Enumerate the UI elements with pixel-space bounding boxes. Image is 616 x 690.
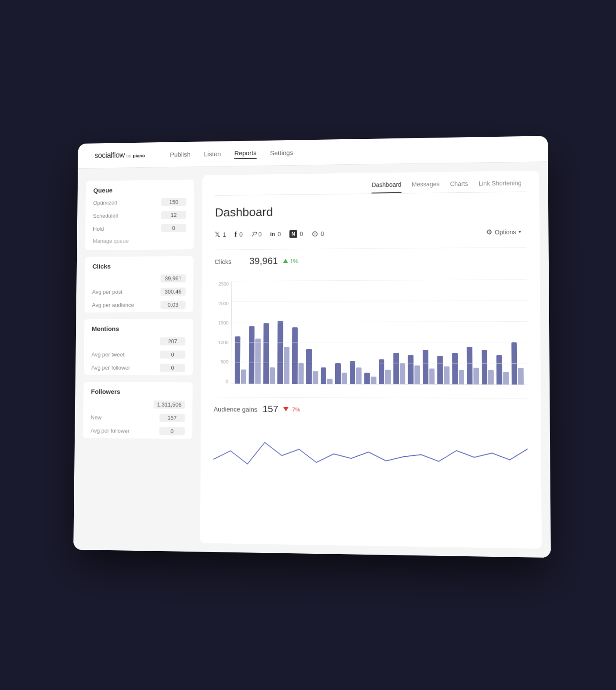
followers-avg-value: 0: [159, 427, 185, 435]
sidebar: Queue Optimized 150 Scheduled 12 Hold 0 …: [73, 167, 202, 552]
social-twitter[interactable]: 𝕏 1: [215, 230, 226, 238]
tab-messages[interactable]: Messages: [412, 181, 440, 193]
bar-dark: [511, 342, 517, 384]
y-label-2000: 2000: [214, 301, 229, 306]
queue-optimized-label: Optimized: [93, 200, 117, 206]
mentions-avg-tweet-row: Avg per tweet 0: [84, 349, 193, 362]
tab-link-shortening[interactable]: Link Shortening: [478, 179, 522, 192]
mentions-title: Mentions: [84, 319, 193, 336]
social-pinterest[interactable]: 𝓟 0: [251, 230, 261, 238]
gear-icon: ⚙: [486, 228, 492, 236]
queue-scheduled-label: Scheduled: [93, 213, 118, 219]
nav-publish[interactable]: Publish: [170, 149, 191, 160]
manage-queue-link[interactable]: Manage queue: [85, 235, 194, 250]
followers-avg-label: Avg per follower: [91, 427, 129, 434]
facebook-count: 0: [239, 231, 243, 238]
bar-dark: [350, 361, 355, 384]
linkedin-count: 0: [278, 230, 281, 237]
dashboard-title: Dashboard: [215, 202, 526, 220]
social-instagram[interactable]: ⊙ 0: [311, 229, 324, 238]
bar-dark: [335, 363, 341, 384]
bar-light: [518, 368, 524, 385]
news-icon: N: [289, 230, 297, 238]
bar-dark: [437, 356, 443, 384]
clicks-avg-post-row: Avg per post 300.46: [85, 286, 193, 300]
bar-dark: [423, 350, 428, 384]
bar-group: [235, 281, 247, 383]
bar-light: [284, 347, 289, 384]
bar-group: [277, 281, 289, 384]
bar-dark: [364, 373, 370, 384]
bar-light: [385, 370, 391, 384]
bar-group: [350, 281, 362, 384]
tab-dashboard[interactable]: Dashboard: [372, 181, 402, 194]
mentions-avg-follower-value: 0: [160, 364, 185, 372]
nav-reports[interactable]: Reports: [234, 147, 257, 159]
twitter-icon: 𝕏: [215, 230, 220, 238]
followers-total-value: 1,311,506: [154, 401, 185, 409]
bar-group: [292, 281, 304, 384]
bar-dark: [306, 349, 312, 384]
y-label-0: 0: [214, 379, 229, 384]
mentions-avg-tweet-value: 0: [160, 351, 185, 359]
bar-group: [263, 281, 275, 384]
social-news[interactable]: N 0: [289, 230, 303, 238]
queue-scheduled-row: Scheduled 12: [85, 209, 194, 223]
queue-optimized-row: Optimized 150: [85, 196, 194, 210]
bar-light: [356, 367, 361, 384]
social-linkedin[interactable]: in 0: [270, 230, 281, 237]
bar-group: [335, 281, 347, 384]
bar-group: [364, 281, 376, 384]
mentions-avg-tweet-label: Avg per tweet: [91, 351, 125, 358]
chevron-down-icon: ▾: [519, 229, 521, 234]
options-button[interactable]: ⚙ Options ▾: [481, 225, 526, 239]
bar-dark: [452, 353, 458, 385]
bar-light: [488, 370, 494, 384]
bar-light: [327, 379, 333, 384]
followers-title: Followers: [83, 382, 192, 399]
bar-group: [379, 280, 391, 384]
instagram-icon: ⊙: [311, 229, 318, 238]
bar-dark: [249, 326, 255, 383]
followers-value-row: 1,311,506: [83, 398, 192, 412]
clicks-avg-post-label: Avg per post: [92, 289, 123, 295]
bar-group: [481, 280, 494, 384]
bar-light: [429, 369, 435, 384]
mentions-value-row: 207: [84, 336, 193, 349]
options-label: Options: [495, 228, 516, 235]
mentions-avg-follower-row: Avg per follower 0: [84, 362, 193, 375]
tab-charts[interactable]: Charts: [450, 180, 468, 192]
clicks-metric-change: 1%: [283, 258, 298, 264]
clicks-avg-audience-row: Avg per audience 0.03: [85, 299, 193, 312]
nav-settings[interactable]: Settings: [270, 147, 293, 158]
twitter-count: 1: [223, 231, 226, 238]
followers-section: Followers 1,311,506 New 157 Avg per foll…: [83, 382, 192, 439]
audience-metric-change: -7%: [283, 406, 300, 412]
linkedin-icon: in: [270, 231, 275, 237]
clicks-avg-audience-value: 0.03: [160, 301, 186, 309]
logo: socialflow by piano: [94, 151, 145, 160]
main-layout: Queue Optimized 150 Scheduled 12 Hold 0 …: [73, 162, 551, 558]
queue-hold-row: Hold 0: [85, 222, 194, 236]
bar-group: [496, 280, 509, 384]
bar-light: [503, 372, 509, 384]
bar-light: [313, 371, 318, 384]
bar-light: [459, 370, 464, 384]
nav-listen[interactable]: Listen: [204, 148, 221, 159]
clicks-title: Clicks: [85, 256, 194, 273]
queue-hold-label: Hold: [93, 226, 104, 232]
news-count: 0: [300, 230, 303, 237]
bar-dark: [321, 367, 327, 384]
bar-group: [408, 280, 420, 384]
bar-dark: [263, 323, 269, 384]
bar-light: [255, 339, 261, 384]
clicks-metric-row: Clicks 39,961 1%: [214, 247, 526, 273]
followers-avg-row: Avg per follower 0: [83, 425, 192, 439]
social-facebook[interactable]: f 0: [235, 230, 243, 238]
queue-scheduled-value: 12: [161, 211, 186, 219]
queue-optimized-value: 150: [161, 198, 186, 206]
audience-metric-label: Audience gains: [214, 405, 257, 413]
sub-tabs: Dashboard Messages Charts Link Shortenin…: [215, 179, 526, 196]
bar-light: [371, 377, 376, 384]
audience-metric-value: 157: [263, 404, 279, 415]
